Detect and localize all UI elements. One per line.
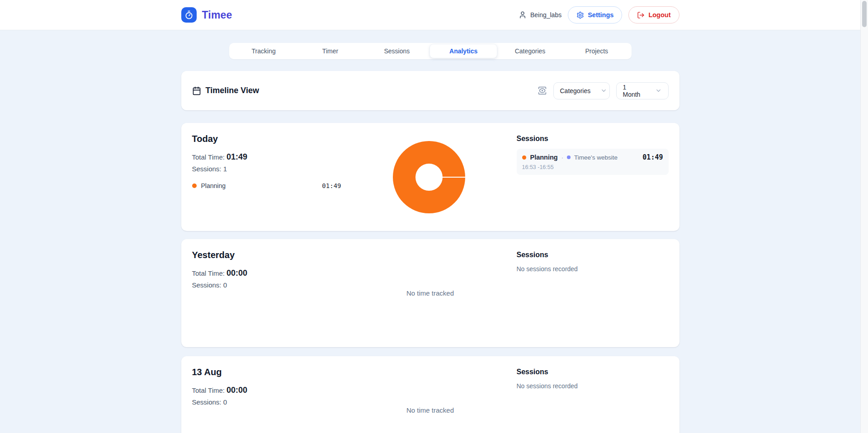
scrollbar-track[interactable]: [860, 0, 868, 433]
session-project: Timee's website: [574, 154, 618, 161]
day-title: Today: [192, 134, 341, 144]
time-range-dropdown-value: 1 Month: [623, 84, 645, 98]
categories-dropdown[interactable]: Categories: [553, 82, 610, 99]
settings-button[interactable]: Settings: [568, 6, 622, 24]
legend-name: Planning: [201, 182, 226, 189]
tab-sessions[interactable]: Sessions: [363, 44, 430, 58]
legend-duration: 01:49: [322, 182, 341, 189]
categories-dropdown-value: Categories: [560, 87, 591, 94]
separator-dot: ·: [561, 154, 563, 161]
donut-hole: [415, 164, 443, 191]
total-time-row: Total Time:00:00: [192, 268, 341, 278]
legend-row: Planning 01:49: [192, 182, 341, 189]
total-time-row: Total Time:01:49: [192, 152, 341, 162]
day-title: 13 Aug: [192, 367, 341, 377]
total-time-row: Total Time:00:00: [192, 386, 341, 395]
sessions-count: Sessions: 0: [192, 398, 341, 406]
username: Being_labs: [530, 11, 561, 19]
timeline-header-card: Timeline View Categories 1 Month: [181, 71, 679, 110]
logout-button[interactable]: Logout: [628, 6, 679, 24]
page-title: Timeline View: [206, 86, 259, 95]
sessions-count: Sessions: 1: [192, 165, 341, 173]
chevron-down-icon: [655, 87, 662, 94]
sessions-heading: Sessions: [517, 135, 669, 143]
timeline-title-group: Timeline View: [192, 86, 259, 95]
sessions-heading: Sessions: [517, 368, 669, 376]
session-time-range: 16:53 -16:55: [522, 164, 663, 170]
gear-icon: [576, 11, 584, 19]
page: Timee Being_labs: [0, 0, 860, 433]
total-time-label: Total Time:: [192, 153, 225, 161]
day-card-yesterday: Yesterday Total Time:00:00 Sessions: 0 S…: [181, 239, 679, 347]
project-dot: [567, 155, 571, 159]
brand: Timee: [181, 7, 232, 23]
total-time-value: 00:00: [226, 386, 247, 395]
chevron-down-icon: [600, 87, 607, 94]
donut-chart: [393, 141, 465, 213]
session-row: Planning · Timee's website 01:49 16:53 -…: [517, 149, 669, 175]
view-toggle-icon[interactable]: [538, 86, 547, 95]
legend-color-dot: [192, 184, 197, 188]
scrollbar-thumb[interactable]: [862, 1, 867, 27]
logout-icon: [637, 11, 645, 19]
day-card-13-aug: 13 Aug Total Time:00:00 Sessions: 0 Sess…: [181, 356, 679, 433]
logout-label: Logout: [648, 11, 670, 19]
settings-label: Settings: [588, 11, 613, 19]
day-card-today: Today Total Time:01:49 Sessions: 1 Plann…: [181, 123, 679, 231]
empty-sessions-text: No sessions recorded: [517, 382, 669, 390]
tab-analytics[interactable]: Analytics: [430, 44, 496, 58]
sessions-count: Sessions: 0: [192, 281, 341, 289]
day-title: Yesterday: [192, 250, 341, 260]
tab-timer[interactable]: Timer: [297, 44, 363, 58]
main-tab-bar: Tracking Timer Sessions Analytics Catego…: [229, 43, 632, 59]
total-time-label: Total Time:: [192, 386, 225, 394]
category-dot: [522, 155, 526, 160]
calendar-icon: [192, 86, 201, 95]
total-time-label: Total Time:: [192, 269, 225, 277]
tab-projects[interactable]: Projects: [563, 44, 630, 58]
empty-sessions-text: No sessions recorded: [517, 265, 669, 273]
app-title: Timee: [202, 9, 232, 21]
tab-tracking[interactable]: Tracking: [231, 44, 297, 58]
app-header: Timee Being_labs: [0, 0, 860, 30]
session-duration: 01:49: [642, 153, 663, 161]
user-icon: [519, 11, 527, 19]
time-range-dropdown[interactable]: 1 Month: [616, 82, 669, 99]
session-category: Planning: [530, 154, 558, 161]
sessions-heading: Sessions: [517, 251, 669, 259]
timer-logo-icon: [181, 7, 197, 23]
total-time-value: 00:00: [226, 268, 247, 278]
total-time-value: 01:49: [226, 152, 247, 161]
user-chip: Being_labs: [519, 11, 561, 19]
tab-categories[interactable]: Categories: [497, 44, 563, 58]
